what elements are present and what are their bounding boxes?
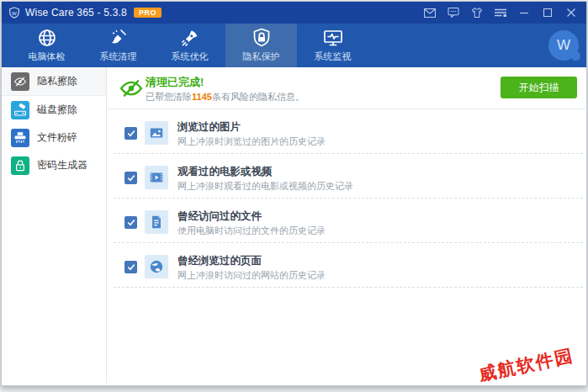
start-scan-button[interactable]: 开始扫描 <box>501 77 577 98</box>
privacy-eraser-icon <box>11 72 29 91</box>
tuneup-icon <box>180 28 200 48</box>
window-title: Wise Care 365 - 5.3.8 <box>25 7 127 19</box>
image-icon <box>145 121 168 145</box>
watermark: 威航软件园 <box>476 343 575 386</box>
privacy-item-image: 浏览过的图片 网上冲浪时浏览过的图片的历史记录 <box>114 109 583 154</box>
maximize-icon[interactable] <box>536 2 559 24</box>
file-icon <box>145 210 168 234</box>
item-checkbox[interactable] <box>124 216 137 229</box>
close-icon[interactable] <box>559 2 583 24</box>
disk-eraser-icon <box>11 101 29 119</box>
avatar-letter: W <box>557 37 570 54</box>
tab-checkup[interactable]: 电脑体检 <box>11 24 82 67</box>
sidebar-item-disk-eraser[interactable]: 磁盘擦除 <box>2 96 106 124</box>
theme-icon[interactable] <box>465 2 489 24</box>
pro-badge: PRO <box>134 8 162 18</box>
status-description: 已帮您清除1145条有风险的隐私信息。 <box>146 91 305 103</box>
monitor-icon <box>323 28 343 48</box>
cleaner-icon <box>109 28 129 48</box>
privacy-item-list: 浏览过的图片 网上冲浪时浏览过的图片的历史记录 观看过的电影或视频 网上冲浪时观… <box>107 109 586 288</box>
sidebar-item-file-shredder[interactable]: 文件粉碎 <box>2 124 106 151</box>
cleaned-count: 1145 <box>192 92 212 102</box>
sidebar: 隐私擦除 磁盘擦除 文件粉碎 密码生成器 <box>2 67 107 384</box>
file-shredder-icon <box>11 129 29 147</box>
mail-icon[interactable] <box>418 2 442 24</box>
privacy-item-file: 曾经访问过的文件 使用电脑时访问过的文件的历史记录 <box>114 199 583 243</box>
item-checkbox[interactable] <box>124 172 137 184</box>
nav-tabs: 电脑体检 系统清理 系统优化 隐私保护 系统监视 <box>11 24 368 67</box>
app-logo-icon: W <box>8 7 20 19</box>
app-window: W Wise Care 365 - 5.3.8 PRO 电脑体检 系统清理 系统… <box>1 1 587 386</box>
privacy-item-video: 观看过的电影或视频 网上冲浪时观看过的电影或视频的历史记录 <box>114 154 583 199</box>
user-avatar[interactable]: W <box>548 30 579 61</box>
status-title: 清理已完成! <box>146 75 204 90</box>
privacy-icon <box>252 28 271 48</box>
video-icon <box>145 166 168 189</box>
eye-slash-icon <box>119 76 144 104</box>
chat-icon[interactable] <box>442 2 465 24</box>
titlebar[interactable]: W Wise Care 365 - 5.3.8 PRO <box>2 2 586 24</box>
tab-cleaner[interactable]: 系统清理 <box>82 24 154 67</box>
web-icon <box>145 255 168 278</box>
status-header: 清理已完成! 已帮您清除1145条有风险的隐私信息。 开始扫描 <box>107 67 586 109</box>
password-generator-icon <box>11 156 29 175</box>
tab-privacy[interactable]: 隐私保护 <box>225 24 297 67</box>
svg-text:W: W <box>12 10 17 16</box>
item-checkbox[interactable] <box>124 261 137 273</box>
tab-tuneup[interactable]: 系统优化 <box>154 24 225 67</box>
content-panel: 清理已完成! 已帮您清除1145条有风险的隐私信息。 开始扫描 浏览过的图片 网… <box>107 67 586 384</box>
checkup-icon <box>37 28 57 48</box>
menu-icon[interactable] <box>489 2 512 24</box>
sidebar-item-privacy-eraser[interactable]: 隐私擦除 <box>2 67 106 96</box>
privacy-item-web: 曾经浏览过的页面 网上冲浪时访问过的网站的历史记录 <box>114 243 583 288</box>
item-checkbox[interactable] <box>124 127 137 140</box>
minimize-icon[interactable] <box>512 2 536 24</box>
main-nav: 电脑体检 系统清理 系统优化 隐私保护 系统监视 W <box>2 24 586 67</box>
sidebar-item-password-generator[interactable]: 密码生成器 <box>2 151 106 179</box>
tab-monitor[interactable]: 系统监视 <box>297 24 368 67</box>
